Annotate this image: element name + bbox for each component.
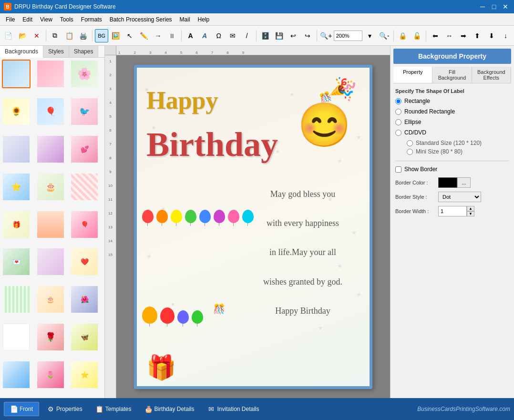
email-button[interactable]: ✉ xyxy=(226,29,239,42)
bg-thumb-15[interactable]: 🎈 xyxy=(70,210,99,239)
tab-properties[interactable]: ⚙ Properties xyxy=(41,402,88,416)
bg-thumb-21[interactable]: 🌺 xyxy=(70,285,99,314)
border-color-dots[interactable]: ... xyxy=(457,177,471,188)
zoom-in-button[interactable]: 🔍+ xyxy=(319,29,333,42)
menu-batch[interactable]: Batch Processing Series xyxy=(106,15,176,24)
print-button[interactable]: 🖨️ xyxy=(77,29,90,42)
bg-thumb-8[interactable] xyxy=(36,135,65,164)
tab-invitation-details[interactable]: ✉ Invitation Details xyxy=(202,402,265,416)
bg-thumb-27[interactable]: ⭐ xyxy=(70,360,99,389)
spin-down-button[interactable]: ▼ xyxy=(467,211,474,216)
bg-thumb-18[interactable]: ❤️ xyxy=(70,247,99,276)
cd-standard[interactable]: Standard Size (120 * 120) xyxy=(407,140,509,146)
tab-front[interactable]: 📄 Front xyxy=(4,402,39,416)
birthday-card[interactable]: ★ ★ ★ ★ ★ ★ ★ ★ ★ ★ ★ ★ ★ xyxy=(134,65,372,389)
bg-thumb-22[interactable] xyxy=(2,323,31,351)
shape-ellipse[interactable]: Ellipse xyxy=(395,119,509,125)
tab-background-effects[interactable]: Background Effects xyxy=(472,67,511,83)
background-button[interactable]: BG xyxy=(95,29,108,42)
bg-thumb-6[interactable]: 🐦 xyxy=(70,97,99,126)
tab-backgrounds[interactable]: Backgrounds xyxy=(0,46,43,58)
paste-button[interactable]: 📋 xyxy=(62,29,76,42)
cd-standard-radio[interactable] xyxy=(407,140,413,146)
bg-thumb-17[interactable] xyxy=(36,247,65,276)
menu-mail[interactable]: Mail xyxy=(176,15,194,24)
bg-thumb-19[interactable] xyxy=(2,285,31,314)
bg-thumb-20[interactable]: 🎂 xyxy=(36,285,65,314)
copy-button[interactable]: ⧉ xyxy=(49,29,62,42)
text-button[interactable]: A xyxy=(184,29,197,42)
menu-tools[interactable]: Tools xyxy=(56,15,77,24)
tab-property[interactable]: Property xyxy=(393,67,432,83)
menu-help[interactable]: Help xyxy=(194,15,214,24)
unlock-button[interactable]: 🔓 xyxy=(410,29,423,42)
tab-shapes[interactable]: Shapes xyxy=(69,46,99,57)
bg-thumb-24[interactable]: 🦋 xyxy=(70,323,99,351)
shape-rounded-rect[interactable]: Rounded Rectangle xyxy=(395,108,509,115)
cd-mini-radio[interactable] xyxy=(407,149,413,155)
shape-cddvd[interactable]: CD/DVD xyxy=(395,129,509,136)
symbol-button[interactable]: Ω xyxy=(212,29,226,42)
db-button[interactable]: 🗄️ xyxy=(259,29,272,42)
bg-thumb-1[interactable] xyxy=(2,60,31,88)
bg-thumb-16[interactable]: 💌 xyxy=(2,247,31,276)
shape-rect-radio[interactable] xyxy=(395,98,401,104)
bg-thumb-10[interactable]: ⭐ xyxy=(2,173,31,201)
right-button[interactable]: ➡ xyxy=(457,29,470,42)
shape-cd-radio[interactable] xyxy=(395,130,401,136)
menu-view[interactable]: View xyxy=(36,15,56,24)
zoom-out-button[interactable]: 🔍- xyxy=(378,29,391,42)
tab-styles[interactable]: Styles xyxy=(43,46,69,57)
bg-thumb-26[interactable]: 🌷 xyxy=(36,360,65,389)
bg-thumb-2[interactable] xyxy=(36,60,65,88)
up-button[interactable]: ⬆ xyxy=(471,29,484,42)
bg-thumb-11[interactable]: 🎂 xyxy=(36,173,65,201)
minimize-button[interactable]: ─ xyxy=(478,2,487,11)
new-button[interactable]: 📄 xyxy=(2,29,15,42)
tab-birthday-details[interactable]: 🎂 Birthday Details xyxy=(139,402,200,416)
cd-mini[interactable]: Mini Size (80 * 80) xyxy=(407,148,509,155)
arrow-button[interactable]: → xyxy=(152,29,165,42)
shape-rounded-radio[interactable] xyxy=(395,109,401,115)
draw-button[interactable]: ✏️ xyxy=(137,29,151,42)
cursor-button[interactable]: ↖ xyxy=(123,29,136,42)
bg-thumb-23[interactable]: 🌹 xyxy=(36,323,65,351)
maximize-button[interactable]: □ xyxy=(489,2,499,11)
menu-formats[interactable]: Formats xyxy=(77,15,106,24)
redo-button[interactable]: ↪ xyxy=(301,29,314,42)
zoom-input[interactable] xyxy=(334,31,362,41)
down-button[interactable]: ⬇ xyxy=(485,29,498,42)
show-border-checkbox[interactable] xyxy=(395,166,401,173)
spin-up-button[interactable]: ▲ xyxy=(467,206,474,211)
bg-thumb-14[interactable] xyxy=(36,210,65,239)
zoom-dropdown-button[interactable]: ▾ xyxy=(363,29,377,42)
shape-rectangle[interactable]: Rectangle xyxy=(395,98,509,104)
image-button[interactable]: 🖼️ xyxy=(109,29,123,42)
bg-thumb-13[interactable]: 🎁 xyxy=(2,210,31,239)
menu-edit[interactable]: Edit xyxy=(19,15,36,24)
bg-thumb-12[interactable] xyxy=(70,173,99,201)
line-button[interactable]: / xyxy=(240,29,254,42)
bg-thumb-9[interactable]: 💕 xyxy=(70,135,99,164)
bg-thumb-5[interactable]: 🎈 xyxy=(36,97,65,126)
bg-thumb-25[interactable] xyxy=(2,360,31,389)
close-file-button[interactable]: ✕ xyxy=(30,29,43,42)
close-button[interactable]: ✕ xyxy=(501,2,510,11)
tab-templates[interactable]: 📋 Templates xyxy=(90,402,137,416)
undo-button[interactable]: ↩ xyxy=(287,29,300,42)
menu-file[interactable]: File xyxy=(2,15,19,24)
shape-ellipse-radio[interactable] xyxy=(395,119,401,125)
border-style-select[interactable]: Dot Dash Solid Double xyxy=(438,192,481,202)
border-color-swatch[interactable] xyxy=(438,177,457,188)
lock-button[interactable]: 🔒 xyxy=(396,29,410,42)
move-down-button[interactable]: ↓ xyxy=(499,29,513,42)
bg-thumb-7[interactable] xyxy=(2,135,31,164)
barcode-button[interactable]: ||| xyxy=(165,29,179,42)
left-button[interactable]: ⬅ xyxy=(429,29,442,42)
tab-fill-background[interactable]: Fill Background xyxy=(432,67,472,83)
wordart-button[interactable]: A xyxy=(198,29,211,42)
bg-thumb-4[interactable]: 🌻 xyxy=(2,97,31,126)
bg-thumb-3[interactable]: 🌸 xyxy=(70,60,99,88)
open-button[interactable]: 📂 xyxy=(16,29,30,42)
border-width-input[interactable] xyxy=(438,206,467,216)
